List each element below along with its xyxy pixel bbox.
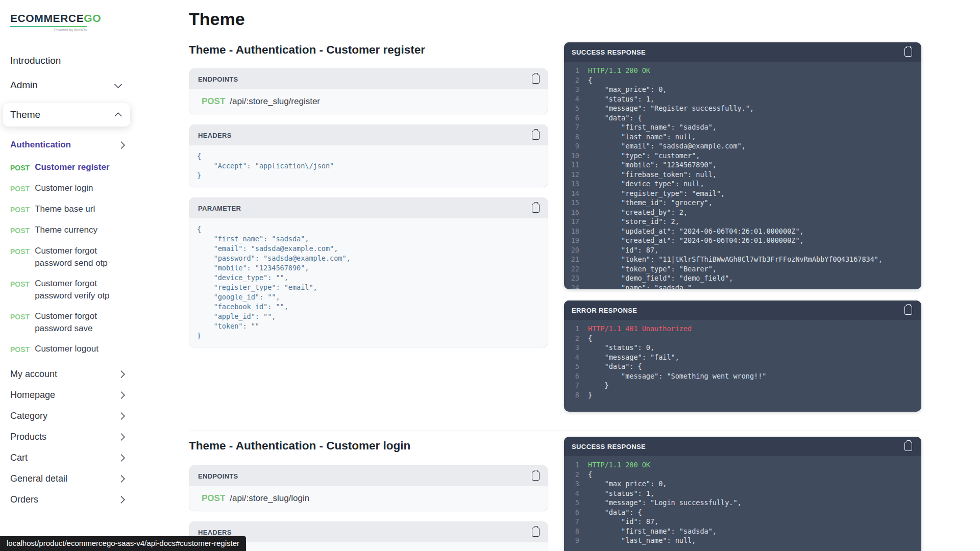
copy-button[interactable] — [532, 204, 540, 213]
code-line: 10 "type": "customer", — [564, 151, 921, 161]
code-text: "updated_at": "2024-06-06T04:26:01.00000… — [588, 227, 804, 236]
endpoint-list: POSTCustomer registerPOSTCustomer loginP… — [10, 161, 130, 356]
copy-button[interactable] — [532, 528, 540, 537]
code-text: "data": { — [588, 113, 642, 123]
logo[interactable]: ECOMMERCEGO Powered by WorkDo — [10, 12, 102, 32]
code-text: "first_name": "sadsda", — [588, 122, 717, 132]
sidebar-item-orders[interactable]: Orders — [10, 493, 130, 506]
sidebar-item-customer-forgot-password-send-otp[interactable]: POSTCustomer forgot password send otp — [10, 245, 130, 269]
sidebar-item-products[interactable]: Products — [10, 431, 130, 443]
code-text: "name": "sadsda ", — [588, 283, 696, 290]
chevron-right-icon — [117, 370, 126, 378]
sidebar-item-theme-currency[interactable]: POSTTheme currency — [10, 224, 130, 237]
sidebar-item-customer-forgot-password-verify-otp[interactable]: POSTCustomer forgot password verify otp — [10, 278, 130, 302]
line-number: 14 — [564, 189, 579, 198]
code-line: 7 "first_name": "sadsda", — [564, 122, 921, 132]
sidebar-item-theme-base-url[interactable]: POSTTheme base url — [10, 203, 130, 216]
line-number: 8 — [564, 390, 579, 400]
line-number: 24 — [564, 283, 579, 290]
clipboard-icon — [904, 442, 912, 451]
copy-button[interactable] — [904, 442, 912, 451]
line-number: 2 — [564, 470, 579, 480]
sidebar-item-customer-register[interactable]: POSTCustomer register — [10, 161, 130, 174]
line-number: 16 — [564, 208, 579, 217]
code-text: "id": 87, — [588, 517, 658, 527]
code-line: } — [197, 331, 540, 341]
line-number: 13 — [564, 179, 579, 189]
sidebar-item-my-account[interactable]: My account — [10, 368, 130, 380]
logo-accent: GO — [84, 12, 101, 24]
line-number: 9 — [564, 536, 579, 545]
line-number: 1 — [564, 66, 579, 76]
code-text: "first_name": "sadsda", — [588, 527, 717, 536]
response-panel-header: SUCCESS RESPONSE — [564, 42, 921, 62]
code-line: 18 "updated_at": "2024-06-06T04:26:01.00… — [564, 227, 921, 236]
sidebar-item-label: Customer logout — [35, 343, 99, 356]
code-text: "type": "customer", — [588, 151, 700, 161]
sidebar-item-label: Customer forgot password verify otp — [35, 278, 116, 302]
sidebar-item-general-detail[interactable]: General detail — [10, 472, 130, 485]
sidebar-item-authentication[interactable]: Authentication — [10, 139, 130, 151]
code-line: 12 "firebase_token": null, — [564, 170, 921, 180]
sidebar-item-cart[interactable]: Cart — [10, 452, 130, 464]
sidebar-top-nav: IntroductionAdminTheme — [10, 54, 130, 127]
code-text: "max_price": 0, — [588, 479, 667, 489]
copy-button[interactable] — [532, 471, 540, 481]
line-number: 7 — [564, 381, 579, 390]
line-number: 21 — [564, 255, 579, 264]
copy-button[interactable] — [904, 47, 912, 57]
status-bar: localhost/product/ecommercego-saas-v4/ap… — [0, 536, 246, 551]
headers-code: { "Accept": "application\/json"} — [189, 145, 548, 187]
sidebar-item-label: My account — [10, 368, 57, 380]
page-title: Theme — [189, 8, 548, 30]
code-line: 4 "status": 1, — [564, 94, 921, 104]
response-code: 1HTTP/1.1 401 Unauthorized2{3 "status": … — [564, 320, 921, 399]
line-number: 5 — [564, 104, 579, 113]
line-number: 11 — [564, 160, 579, 170]
code-text: "email": "sadsda@example.com", — [588, 141, 746, 151]
code-text: { — [588, 76, 592, 85]
response-code: 1HTTP/1.1 200 OK2{3 "max_price": 0,4 "st… — [564, 62, 921, 289]
chevron-right-icon — [117, 141, 126, 149]
code-line: 2{ — [564, 470, 921, 480]
sidebar-item-theme[interactable]: Theme — [3, 103, 130, 127]
code-line: 14 "register_type": "email", — [564, 189, 921, 198]
code-text: "store_id": 2, — [588, 217, 679, 227]
sidebar-item-customer-login[interactable]: POSTCustomer login — [10, 182, 130, 195]
clipboard-icon — [532, 204, 540, 213]
code-line: 8 "last_name": null, — [564, 132, 921, 142]
code-line: 5 "message": "Register successfully.", — [564, 104, 921, 113]
line-number: 4 — [564, 489, 579, 498]
code-text: HTTP/1.1 200 OK — [588, 66, 650, 76]
code-line: "Accept": "application\/json" — [197, 161, 540, 171]
sidebar-item-customer-logout[interactable]: POSTCustomer logout — [10, 343, 130, 356]
code-line: 6 "data": { — [564, 113, 921, 123]
sidebar-item-label: Cart — [10, 452, 28, 464]
code-text: "firebase_token": null, — [588, 170, 717, 180]
code-text: "message": "Something went wrong!!" — [588, 371, 767, 381]
code-text: HTTP/1.1 200 OK — [588, 460, 650, 470]
chevron-down-icon — [114, 80, 122, 88]
endpoints-card: ENDPOINTS POST /api/:store_slug/login — [189, 465, 548, 511]
http-method-badge: POST — [10, 224, 30, 237]
code-text: "last_name": null, — [588, 536, 696, 545]
copy-button[interactable] — [532, 131, 540, 140]
sidebar-item-label: Products — [10, 431, 46, 443]
code-line: 19 "created_at": "2024-06-06T04:26:01.00… — [564, 236, 921, 245]
login-doc-column: Theme - Authentication - Customer login … — [189, 439, 548, 551]
line-number: 17 — [564, 217, 579, 227]
code-text: "token": "11|tKlrSfThiBWwAGh8Cl7wTb3FrFF… — [588, 255, 883, 264]
code-line: 1HTTP/1.1 401 Unauthorized — [564, 324, 921, 334]
sidebar-item-category[interactable]: Category — [10, 410, 130, 422]
register-doc-column: Theme Theme - Authentication - Customer … — [189, 0, 548, 347]
sidebar-item-introduction[interactable]: Introduction — [10, 54, 130, 67]
line-number: 8 — [564, 527, 579, 536]
sidebar-item-homepage[interactable]: Homepage — [10, 389, 130, 401]
sidebar-item-admin[interactable]: Admin — [10, 79, 130, 92]
copy-button[interactable] — [532, 74, 540, 84]
sidebar-item-customer-forgot-password-save[interactable]: POSTCustomer forgot password save — [10, 310, 130, 335]
sidebar-item-label: Introduction — [10, 55, 61, 66]
copy-button[interactable] — [904, 306, 912, 315]
sidebar-item-label: Customer register — [35, 161, 109, 174]
line-number: 6 — [564, 508, 579, 517]
